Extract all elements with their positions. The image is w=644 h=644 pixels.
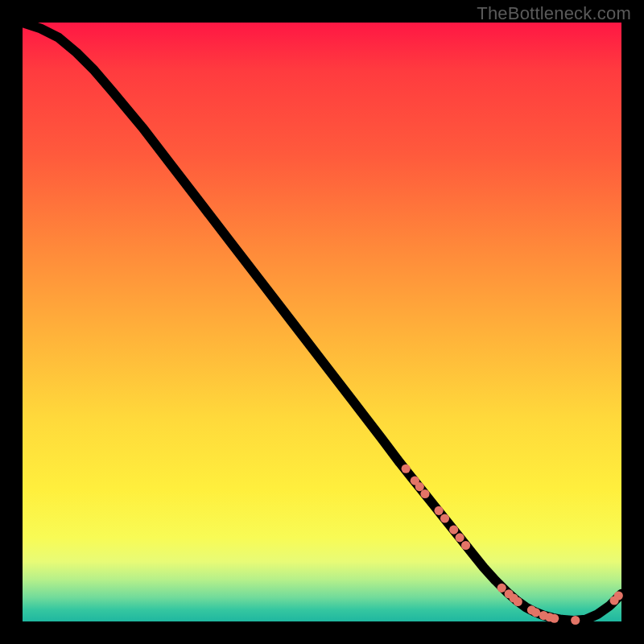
data-marker bbox=[614, 591, 623, 600]
data-marker bbox=[550, 614, 559, 623]
plot-area bbox=[23, 23, 621, 621]
data-marker bbox=[461, 541, 470, 550]
data-marker bbox=[497, 584, 506, 592]
data-marker bbox=[531, 608, 540, 617]
data-marker bbox=[402, 464, 411, 473]
curve-layer bbox=[23, 23, 621, 621]
data-marker bbox=[420, 489, 429, 498]
data-marker bbox=[456, 533, 464, 542]
data-marker bbox=[440, 514, 449, 522]
data-marker bbox=[571, 616, 580, 625]
data-marker bbox=[435, 506, 444, 515]
data-marker bbox=[415, 482, 424, 491]
watermark-text: TheBottleneck.com bbox=[477, 3, 631, 24]
data-marker bbox=[449, 526, 458, 535]
bottleneck-curve bbox=[23, 23, 621, 621]
data-marker bbox=[514, 597, 522, 606]
marker-group bbox=[402, 464, 623, 625]
chart-frame: TheBottleneck.com bbox=[0, 0, 644, 644]
